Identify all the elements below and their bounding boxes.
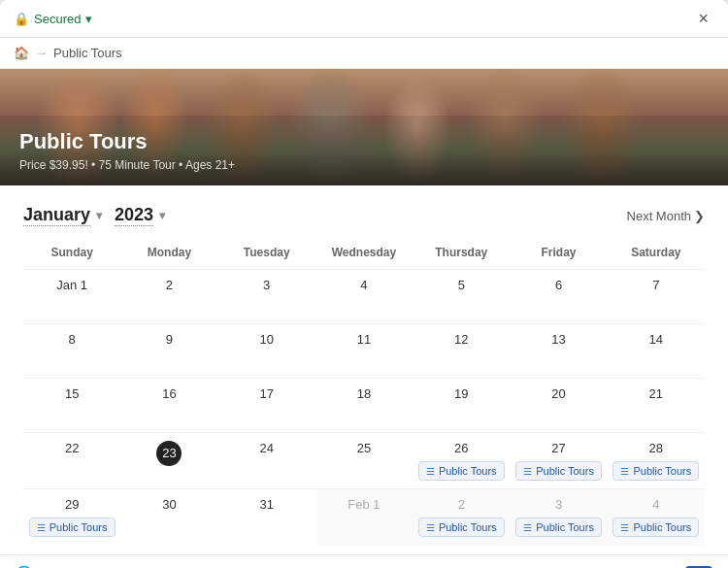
day-number: 19 xyxy=(454,386,468,401)
hero-subtitle: Price $39.95! • 75 Minute Tour • Ages 21… xyxy=(19,158,709,172)
event-button[interactable]: ☰Public Tours xyxy=(418,461,505,481)
event-button[interactable]: ☰Public Tours xyxy=(29,518,116,537)
col-wednesday: Wednesday xyxy=(315,242,413,270)
day-number: 25 xyxy=(357,441,371,455)
day-number: 3 xyxy=(263,278,270,292)
col-monday: Monday xyxy=(120,242,217,270)
col-tuesday: Tuesday xyxy=(218,242,315,270)
day-number: 13 xyxy=(551,332,565,347)
day-number: 3 xyxy=(555,497,562,512)
calendar-cell: 19 xyxy=(413,379,510,433)
year-selector[interactable]: 2023 xyxy=(115,205,153,226)
calendar-cell: 8 xyxy=(23,324,120,379)
secure-badge[interactable]: 🔒 Secured ▾ xyxy=(14,12,92,26)
calendar-cell: 11 xyxy=(315,324,413,379)
breadcrumb: 🏠 → Public Tours xyxy=(0,38,728,69)
close-button[interactable]: × xyxy=(692,8,714,29)
hero-section: Public Tours Price $39.95! • 75 Minute T… xyxy=(0,69,728,185)
list-icon: ☰ xyxy=(426,522,435,533)
calendar-cell: 30 xyxy=(120,489,217,546)
calendar-cell: 14 xyxy=(608,324,705,379)
calendar-cell: 4 xyxy=(315,270,413,324)
calendar-cell: 3 xyxy=(218,270,315,324)
day-number: 4 xyxy=(360,278,367,292)
event-label: Public Tours xyxy=(633,521,691,533)
hero-overlay: Public Tours Price $39.95! • 75 Minute T… xyxy=(0,116,728,185)
event-label: Public Tours xyxy=(439,521,497,533)
day-number: 5 xyxy=(458,278,465,292)
event-label: Public Tours xyxy=(536,465,594,477)
calendar-section: January ▾ 2023 ▾ Next Month ❯ Sunday Mon… xyxy=(0,185,728,554)
calendar-nav: January ▾ 2023 ▾ Next Month ❯ xyxy=(23,205,705,226)
day-number: 7 xyxy=(652,278,659,292)
day-number: 4 xyxy=(652,497,659,512)
day-number: 2 xyxy=(166,278,173,292)
event-button[interactable]: ☰Public Tours xyxy=(418,518,505,537)
calendar-cell: 16 xyxy=(120,379,217,433)
list-icon: ☰ xyxy=(523,466,532,477)
calendar-cell: 22 xyxy=(23,433,120,489)
lock-icon: 🔒 xyxy=(14,12,29,26)
month-selector[interactable]: January xyxy=(23,205,90,226)
secure-label: Secured xyxy=(34,12,81,26)
calendar-cell: 29☰Public Tours xyxy=(23,489,120,546)
day-number: 28 xyxy=(649,441,663,455)
calendar-cell: 24 xyxy=(218,433,315,489)
day-number: Jan 1 xyxy=(56,278,87,292)
event-label: Public Tours xyxy=(50,521,108,533)
day-number: 8 xyxy=(69,332,76,347)
calendar-cell: 2☰Public Tours xyxy=(413,489,510,546)
calendar-cell: 23 xyxy=(120,433,217,489)
list-icon: ☰ xyxy=(620,522,629,533)
list-icon: ☰ xyxy=(523,522,532,533)
calendar-header-row: Sunday Monday Tuesday Wednesday Thursday… xyxy=(23,242,705,270)
calendar-cell: 4☰Public Tours xyxy=(608,489,705,546)
calendar-table: Sunday Monday Tuesday Wednesday Thursday… xyxy=(23,242,705,545)
calendar-cell: Feb 1 xyxy=(315,489,413,546)
day-number: 12 xyxy=(454,332,468,347)
col-thursday: Thursday xyxy=(413,242,510,270)
month-chevron: ▾ xyxy=(96,209,102,222)
chevron-down-icon: ▾ xyxy=(85,12,92,26)
day-number: 22 xyxy=(65,441,79,455)
col-friday: Friday xyxy=(510,242,607,270)
calendar-cell: 2 xyxy=(120,270,217,324)
event-button[interactable]: ☰Public Tours xyxy=(515,461,602,481)
day-number: 18 xyxy=(357,386,371,401)
day-number: 21 xyxy=(649,386,663,401)
event-label: Public Tours xyxy=(536,521,594,533)
calendar-cell: Jan 1 xyxy=(23,270,120,324)
day-number: 11 xyxy=(357,332,371,347)
calendar-cell: 12 xyxy=(413,324,510,379)
day-number: 20 xyxy=(551,386,565,401)
day-number: 2 xyxy=(458,497,465,512)
day-number: Feb 1 xyxy=(347,497,380,512)
calendar-cell: 31 xyxy=(218,489,315,546)
calendar-cell: 17 xyxy=(218,379,315,433)
calendar-cell: 5 xyxy=(413,270,510,324)
day-number: 16 xyxy=(162,386,176,401)
next-month-button[interactable]: Next Month ❯ xyxy=(627,209,705,223)
event-button[interactable]: ☰Public Tours xyxy=(612,461,699,481)
modal-header: 🔒 Secured ▾ × xyxy=(0,0,728,38)
day-number: 27 xyxy=(551,441,565,455)
day-number: 15 xyxy=(65,386,79,401)
calendar-week-3: 2223242526☰Public Tours27☰Public Tours28… xyxy=(23,433,705,489)
event-button[interactable]: ☰Public Tours xyxy=(612,518,699,537)
calendar-week-2: 15161718192021 xyxy=(23,379,705,433)
list-icon: ☰ xyxy=(620,466,629,477)
calendar-cell: 25 xyxy=(315,433,413,489)
day-number: 10 xyxy=(259,332,273,347)
home-icon[interactable]: 🏠 xyxy=(14,46,29,60)
calendar-week-0: Jan 1234567 xyxy=(23,270,705,324)
day-number: 26 xyxy=(454,441,468,455)
event-button[interactable]: ☰Public Tours xyxy=(515,518,602,537)
col-sunday: Sunday xyxy=(23,242,120,270)
breadcrumb-current: Public Tours xyxy=(53,46,122,60)
col-saturday: Saturday xyxy=(608,242,705,270)
event-label: Public Tours xyxy=(633,465,691,477)
year-chevron: ▾ xyxy=(159,209,165,222)
day-number: 23 xyxy=(156,441,182,466)
day-number: 6 xyxy=(555,278,562,292)
day-number: 9 xyxy=(166,332,173,347)
